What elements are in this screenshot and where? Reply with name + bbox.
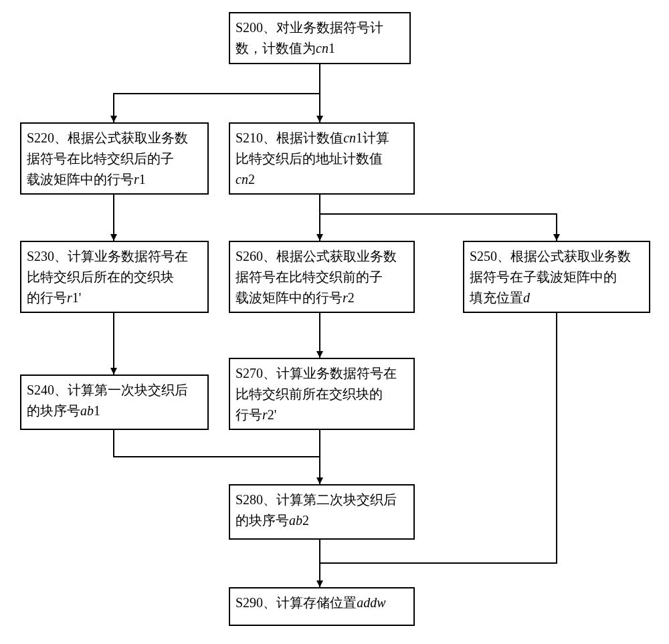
node-s220: S220、根据公式获取业务数 据符号在比特交织后的子 载波矩阵中的行号r1 [20, 122, 209, 195]
s200-line2a: 数，计数值为 [235, 41, 316, 56]
s210-l1a: S210、根据计数值 [235, 130, 343, 145]
node-s230: S230、计算业务数据符号在 比特交织后所在的交织块 的行号r1' [20, 241, 209, 313]
s270-r: r [262, 407, 268, 422]
s220-l3a: 载波矩阵中的行号 [27, 172, 134, 187]
s240-l1: S240、计算第一次块交织后 [27, 383, 188, 397]
s230-l1: S230、计算业务数据符号在 [27, 249, 188, 263]
s270-l1: S270、计算业务数据符号在 [235, 366, 397, 381]
s230-l3a: 的行号 [27, 290, 67, 305]
s240-l2a: 的块序号 [27, 403, 80, 418]
s240-one: 1 [94, 403, 100, 418]
s260-l2: 据符号在比特交织前的子 [235, 270, 383, 284]
node-s290: S290、计算存储位置addw [229, 587, 415, 626]
s280-ab: ab [289, 513, 302, 528]
s250-l1: S250、根据公式获取业务数 [470, 249, 631, 263]
s210-l2: 比特交织后的地址计数值 [235, 151, 383, 166]
s220-l1: S220、根据公式获取业务数 [27, 130, 188, 145]
s240-ab: ab [80, 403, 94, 418]
s260-l3a: 载波矩阵中的行号 [235, 290, 343, 305]
s210-cn1: cn [343, 130, 356, 145]
s280-l1: S280、计算第二次块交织后 [235, 492, 397, 507]
s210-l1b: 计算 [363, 130, 389, 145]
s220-r: r [134, 172, 139, 187]
s290-l1a: S290、计算存储位置 [235, 595, 357, 610]
s250-l2: 据符号在子载波矩阵中的 [470, 270, 617, 284]
s200-line1: S200、对业务数据符号计 [235, 20, 383, 35]
s260-l1: S260、根据公式获取业务数 [235, 249, 397, 263]
s220-one: 1 [139, 172, 146, 187]
s270-2p: 2' [268, 407, 277, 422]
node-s200: S200、对业务数据符号计 数，计数值为cn1 [229, 12, 411, 64]
node-s210: S210、根据计数值cn1计算 比特交织后的地址计数值 cn2 [229, 122, 415, 195]
node-s270: S270、计算业务数据符号在 比特交织前所在交织块的 行号r2' [229, 358, 415, 430]
s220-l2: 据符号在比特交织后的子 [27, 151, 174, 166]
s250-l3a: 填充位置 [470, 290, 523, 305]
s230-r: r [67, 290, 72, 305]
s280-two: 2 [302, 513, 309, 528]
node-s280: S280、计算第二次块交织后 的块序号ab2 [229, 484, 415, 540]
s210-one: 1 [356, 130, 363, 145]
s210-cn2: cn [235, 172, 248, 187]
s270-l2: 比特交织前所在交织块的 [235, 387, 383, 401]
node-s260: S260、根据公式获取业务数 据符号在比特交织前的子 载波矩阵中的行号r2 [229, 241, 415, 313]
s260-two: 2 [348, 290, 355, 305]
s290-addw: addw [357, 595, 385, 610]
s230-l2: 比特交织后所在的交织块 [27, 270, 174, 284]
s230-1p: 1' [72, 290, 82, 305]
arrows-layer [0, 0, 669, 644]
s270-l3a: 行号 [235, 407, 262, 422]
node-s240: S240、计算第一次块交织后 的块序号ab1 [20, 374, 209, 430]
s200-cn: cn [316, 41, 328, 56]
s250-d: d [523, 290, 530, 305]
s260-r: r [343, 290, 348, 305]
s280-l2a: 的块序号 [235, 513, 289, 528]
node-s250: S250、根据公式获取业务数 据符号在子载波矩阵中的 填充位置d [463, 241, 650, 313]
s210-two: 2 [248, 172, 255, 187]
s200-one: 1 [328, 41, 335, 56]
flowchart: S200、对业务数据符号计 数，计数值为cn1 S220、根据公式获取业务数 据… [0, 0, 669, 644]
